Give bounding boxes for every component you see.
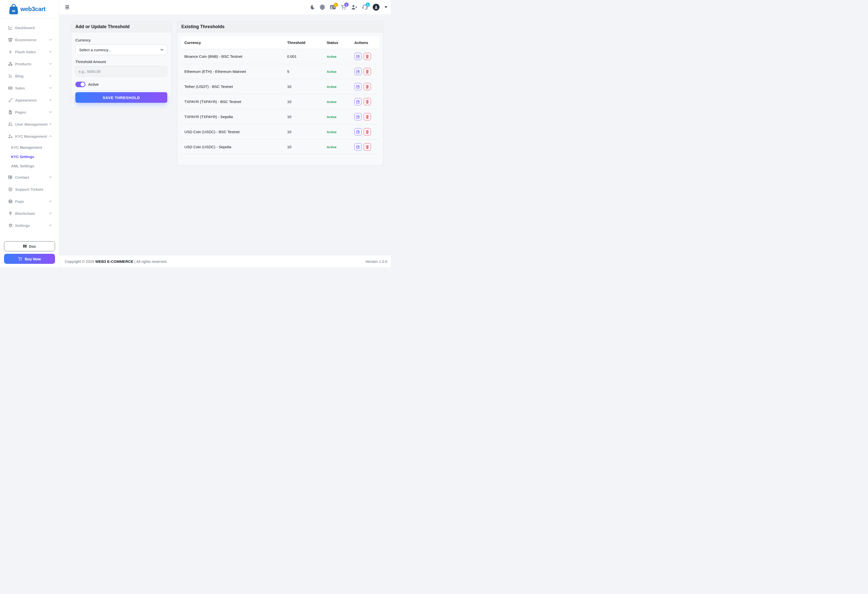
blog-icon	[7, 74, 13, 78]
kyc-requests-button[interactable]: 1	[330, 5, 336, 10]
chevron-down-icon	[49, 99, 52, 101]
brand-logo[interactable]: w web3cart	[0, 0, 59, 18]
sidebar-item-pages[interactable]: Pages	[0, 106, 59, 118]
sidebar-item-dashboard[interactable]: Dashboard	[0, 22, 59, 34]
topbar: 1 1 1	[59, 0, 391, 14]
delete-threshold-button[interactable]	[364, 53, 371, 60]
sidebar-item-ecommerce[interactable]: Ecommerce	[0, 34, 59, 46]
row-currency: TXPAYR (TXPAYR) - BSC Testnet	[182, 94, 284, 109]
currency-label: Currency	[75, 38, 167, 42]
store-icon	[7, 38, 13, 42]
sidebar-item-blog[interactable]: Blog	[0, 70, 59, 82]
sidebar-bottom: Doc Buy Now	[0, 239, 59, 267]
kyc-submenu: KYC Management KYC Settings AML Settings	[0, 142, 59, 171]
language-button[interactable]	[320, 4, 325, 10]
active-toggle-label: Active	[88, 82, 99, 87]
chevron-down-icon	[49, 75, 52, 77]
doc-button[interactable]: Doc	[4, 241, 55, 251]
subitem-label: KYC Management	[11, 145, 42, 149]
delete-threshold-button[interactable]	[364, 143, 371, 151]
chevron-down-icon	[49, 212, 52, 214]
buy-now-button[interactable]: Buy Now	[4, 254, 55, 264]
sidebar-subitem-kyc-management[interactable]: KYC Management	[0, 143, 59, 152]
edit-threshold-button[interactable]	[354, 83, 362, 90]
sidebar-item-label: Blockchain	[15, 211, 35, 216]
delete-threshold-button[interactable]	[364, 113, 371, 120]
row-threshold: 5	[284, 64, 323, 79]
row-currency: TXPAYR (TXPAYR) - Sepolia	[182, 109, 284, 124]
user-plus-icon	[351, 5, 357, 10]
save-threshold-button[interactable]: SAVE THRESHOLD	[75, 92, 167, 103]
pen-square-icon	[356, 100, 360, 103]
threshold-amount-input[interactable]	[75, 66, 167, 77]
delete-threshold-button[interactable]	[364, 98, 371, 105]
pen-square-icon	[356, 55, 360, 58]
profile-menu-button[interactable]	[385, 6, 387, 8]
gear-icon	[7, 223, 13, 228]
edit-threshold-button[interactable]	[354, 98, 362, 105]
sidebar-item-label: Contact	[15, 175, 29, 179]
trash-icon	[366, 100, 369, 103]
delete-threshold-button[interactable]	[364, 83, 371, 90]
edit-threshold-button[interactable]	[354, 128, 362, 136]
bolt-icon	[7, 50, 13, 54]
address-card-icon	[7, 175, 13, 179]
sidebar-item-contact[interactable]: Contact	[0, 171, 59, 183]
row-threshold: 10	[284, 124, 323, 139]
svg-text:w: w	[12, 8, 15, 13]
chevron-down-icon	[49, 87, 52, 89]
table-card-body: Currency Threshold Status Actions Binanc…	[177, 33, 383, 165]
sidebar-item-kyc-management[interactable]: KYC Management	[0, 130, 59, 142]
sidebar-item-label: Pages	[15, 110, 26, 114]
column-header-threshold: Threshold	[284, 37, 323, 49]
active-toggle[interactable]	[75, 82, 86, 87]
dark-mode-button[interactable]	[310, 5, 315, 10]
sidebar-item-label: Ecommerce	[15, 38, 37, 42]
sidebar-subitem-aml-settings[interactable]: AML Settings	[0, 161, 59, 171]
status-badge: Active	[327, 70, 337, 74]
edit-threshold-button[interactable]	[354, 143, 362, 151]
sidebar-item-settings[interactable]: Settings	[0, 219, 59, 231]
chevron-down-icon	[49, 200, 52, 202]
table-row: USD Coin (USDC) - Sepolia 10 Active	[182, 139, 379, 155]
delete-threshold-button[interactable]	[364, 128, 371, 136]
sidebar-item-sales[interactable]: Sales	[0, 82, 59, 94]
caret-down-icon	[385, 6, 387, 8]
sidebar-subitem-kyc-settings[interactable]: KYC Settings	[0, 152, 59, 161]
sidebar-item-flash-sales[interactable]: Flash Sales	[0, 46, 59, 58]
delete-threshold-button[interactable]	[364, 68, 371, 75]
sidebar-item-support-tickets[interactable]: Support Tickets	[0, 183, 59, 195]
table-row: Ethereum (ETH) - Ethereum Mainnet 5 Acti…	[182, 64, 379, 79]
book-icon	[23, 244, 27, 248]
edit-threshold-button[interactable]	[354, 68, 362, 75]
orders-button[interactable]: 1	[341, 4, 346, 10]
user-avatar[interactable]	[373, 4, 379, 10]
row-threshold: 10	[284, 94, 323, 109]
sidebar-item-blockchain[interactable]: Blockchain	[0, 207, 59, 219]
sidebar-toggle-button[interactable]	[65, 4, 71, 10]
sidebar-item-appearance[interactable]: Appearance	[0, 94, 59, 106]
status-badge: Active	[327, 55, 337, 59]
row-threshold: 10	[284, 79, 323, 94]
column-header-status: Status	[324, 37, 351, 49]
support-badge: 1	[366, 3, 370, 7]
svg-text:?: ?	[10, 200, 11, 203]
subitem-label: KYC Settings	[11, 155, 34, 159]
currency-select[interactable]: Select a currency...	[75, 44, 167, 55]
sidebar: w web3cart Dashboard Ecommerce Flash Sal…	[0, 0, 59, 267]
edit-threshold-button[interactable]	[354, 113, 362, 120]
support-button[interactable]: 1	[362, 4, 368, 10]
sidebar-item-user-management[interactable]: User Management	[0, 118, 59, 130]
edit-threshold-button[interactable]	[354, 53, 362, 60]
sidebar-item-label: Blog	[15, 74, 24, 78]
chevron-down-icon	[49, 176, 52, 178]
sidebar-item-products[interactable]: Products	[0, 58, 59, 70]
cart-icon	[18, 257, 22, 261]
table-row: TXPAYR (TXPAYR) - Sepolia 10 Active	[182, 109, 379, 124]
sidebar-item-faqs[interactable]: ? Faqs	[0, 195, 59, 207]
sidebar-item-label: Appearance	[15, 98, 37, 102]
subitem-label: AML Settings	[11, 164, 34, 168]
table-card-title: Existing Thresholds	[182, 24, 224, 29]
pen-square-icon	[356, 70, 360, 73]
add-user-button[interactable]	[351, 5, 357, 10]
